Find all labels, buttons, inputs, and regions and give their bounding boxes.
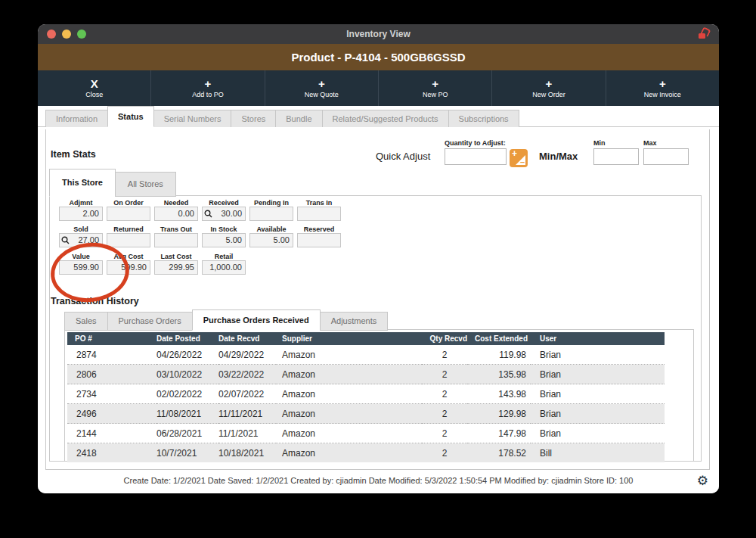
avg-cost-field[interactable]: 599.90 [107, 260, 150, 275]
retail-field[interactable]: 1,000.00 [202, 260, 246, 275]
po-received-table: PO # Date Posted Date Recvd Supplier Qty… [67, 332, 665, 462]
table-row[interactable]: 241810/7/202110/18/2021Amazon2178.52Bill [67, 443, 665, 463]
tab-all-stores[interactable]: All Stores [115, 172, 176, 197]
tab-adjustments[interactable]: Adjustments [320, 312, 389, 331]
min-max-label: Min/Max [539, 151, 578, 162]
on-order-field[interactable] [107, 207, 150, 221]
on-order-label: On Order [107, 199, 150, 207]
trans-in-label: Trans In [297, 199, 341, 207]
new-quote-button[interactable]: + New Quote [265, 70, 379, 106]
add-to-po-button[interactable]: + Add to PO [151, 70, 265, 106]
inventory-view-window: Inventory View Product - P-4104 - 500GB6… [38, 24, 719, 493]
table-row[interactable]: 280603/10/202203/22/2022Amazon2135.98Bri… [67, 365, 665, 384]
quick-adjust-label: Quick Adjust [376, 151, 430, 162]
value-field[interactable]: 599.90 [59, 260, 103, 275]
received-field[interactable]: 30.00 [202, 207, 246, 221]
history-tab-strip: Sales Purchase Orders Purchase Orders Re… [64, 309, 387, 330]
tab-serial-numbers[interactable]: Serial Numbers [153, 110, 232, 127]
retail-label: Retail [202, 253, 246, 260]
table-header-row: PO # Date Posted Date Recvd Supplier Qty… [67, 332, 665, 345]
value-label: Value [59, 253, 103, 260]
record-meta-text: Create Date: 1/2/2021 Date Saved: 1/2/20… [38, 476, 719, 485]
avg-cost-label: Avg Cost [107, 253, 150, 260]
plus-icon: + [432, 78, 438, 90]
in-stock-field[interactable]: 5.00 [202, 233, 246, 247]
tab-bundle[interactable]: Bundle [275, 110, 322, 127]
search-icon[interactable] [61, 236, 70, 244]
tab-information[interactable]: Information [45, 110, 108, 127]
footer: Create Date: 1/2/2021 Date Saved: 1/2/20… [38, 470, 719, 493]
col-po-number[interactable]: PO # [67, 332, 156, 345]
max-label: Max [643, 139, 657, 147]
new-invoice-button[interactable]: + New Invoice [606, 70, 719, 106]
sold-field[interactable]: 27.00 [59, 233, 103, 247]
new-order-button[interactable]: + New Order [492, 70, 606, 106]
col-date-posted[interactable]: Date Posted [156, 332, 218, 345]
title-bar: Inventory View [38, 24, 719, 44]
tab-sales[interactable]: Sales [64, 312, 108, 331]
tab-related-suggested-products[interactable]: Related/Suggested Products [322, 110, 449, 127]
tab-purchase-orders[interactable]: Purchase Orders [107, 312, 193, 331]
tab-status[interactable]: Status [107, 106, 154, 127]
toolbar: X Close + Add to PO + New Quote + New PO… [38, 70, 719, 106]
in-stock-label: In Stock [202, 225, 246, 233]
history-table-panel: PO # Date Posted Date Recvd Supplier Qty… [64, 329, 694, 462]
table-row[interactable]: 287404/26/202204/29/2022Amazon2119.98Bri… [67, 345, 665, 365]
adjmnt-field[interactable]: 2.00 [59, 207, 103, 221]
tab-stores[interactable]: Stores [231, 110, 276, 127]
col-date-recvd[interactable]: Date Recvd [218, 332, 276, 345]
new-po-button[interactable]: + New PO [379, 70, 492, 106]
close-button[interactable]: X Close [38, 70, 151, 106]
trans-out-field[interactable] [154, 233, 198, 247]
available-field[interactable]: 5.00 [249, 233, 293, 247]
needed-label: Needed [154, 199, 198, 207]
item-stats-heading: Item Stats [51, 149, 96, 160]
last-cost-field[interactable]: 299.95 [154, 260, 198, 275]
available-label: Available [249, 225, 293, 233]
sold-label: Sold [59, 225, 103, 233]
col-user[interactable]: User [531, 332, 665, 345]
unlocked-padlock-icon [697, 28, 709, 40]
pending-in-label: Pending In [249, 199, 293, 207]
quantity-to-adjust-label: Quantity to Adjust: [445, 139, 506, 147]
store-tab-strip: This Store All Stores [49, 169, 175, 196]
trans-out-label: Trans Out [154, 225, 198, 233]
tab-this-store[interactable]: This Store [49, 169, 116, 197]
status-tab-content: Item Stats Quick Adjust Quantity to Adju… [45, 129, 710, 470]
returned-field[interactable] [107, 233, 150, 247]
close-x-icon: X [91, 78, 98, 90]
reserved-label: Reserved [297, 225, 341, 233]
product-title-bar: Product - P-4104 - 500GB6GSSD [38, 44, 719, 70]
plus-icon: + [205, 78, 212, 90]
returned-label: Returned [107, 225, 150, 233]
last-cost-label: Last Cost [154, 253, 198, 260]
col-supplier[interactable]: Supplier [276, 332, 422, 345]
table-row[interactable]: 214406/28/202111/1/2021Amazon2147.98Bria… [67, 424, 665, 443]
trans-in-field[interactable] [297, 207, 341, 221]
transaction-history-heading: Transaction History [51, 296, 139, 306]
min-label: Min [593, 139, 606, 147]
plus-icon: + [546, 78, 553, 90]
max-input[interactable] [643, 148, 689, 165]
min-input[interactable] [593, 148, 639, 165]
quantity-to-adjust-input[interactable] [445, 148, 507, 165]
plus-icon: + [659, 78, 666, 90]
search-icon[interactable] [204, 210, 212, 218]
tab-subscriptions[interactable]: Subscriptions [448, 110, 519, 127]
col-qty-recvd[interactable]: Qty Recvd [422, 332, 467, 345]
plus-icon: + [318, 78, 325, 90]
received-label: Received [202, 199, 246, 207]
table-row[interactable]: 273402/02/202202/07/2022Amazon2143.98Bri… [67, 384, 665, 404]
reserved-field[interactable] [297, 233, 341, 247]
tab-purchase-orders-received[interactable]: Purchase Orders Received [192, 309, 321, 331]
needed-field[interactable]: 0.00 [154, 207, 198, 221]
window-title: Inventory View [38, 24, 719, 44]
adjmnt-label: Adjmnt [59, 199, 103, 207]
col-cost-extended[interactable]: Cost Extended [467, 332, 531, 345]
plus-minus-adjust-icon[interactable]: + – [510, 149, 528, 167]
gear-icon[interactable]: ⚙ [697, 473, 708, 488]
table-row[interactable]: 249611/08/202111/11/2021Amazon2129.98Bri… [67, 404, 665, 424]
pending-in-field[interactable] [249, 207, 293, 221]
main-tab-strip: Information Status Serial Numbers Stores… [38, 106, 719, 127]
